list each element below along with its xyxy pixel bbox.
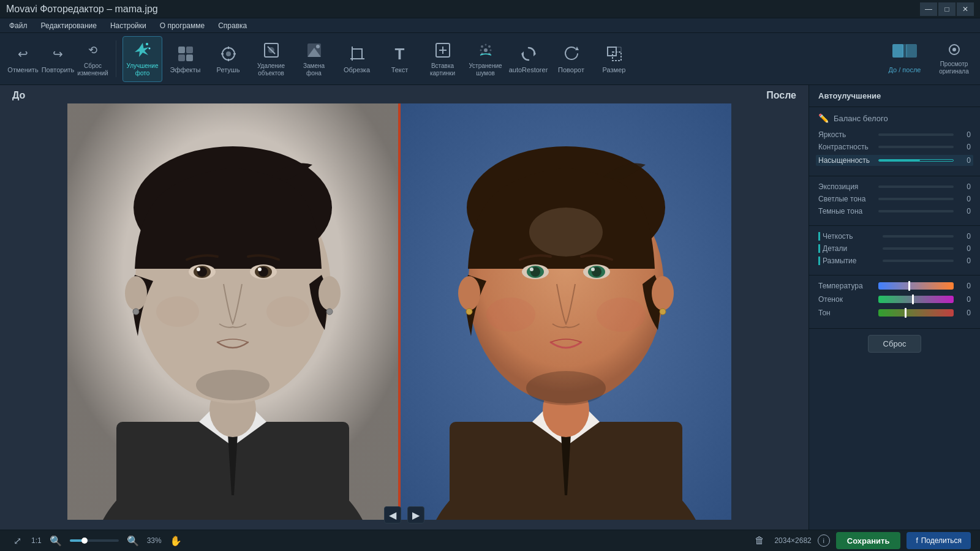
shadows-track[interactable] — [878, 210, 954, 212]
tool-retouch[interactable]: Ретушь — [208, 36, 248, 82]
blur-label: Размытие — [823, 257, 878, 265]
tool-remove-obj[interactable]: Удалениеобъектов — [251, 36, 291, 82]
exposure-track[interactable] — [878, 186, 954, 188]
undo-icon: ↩ — [13, 44, 33, 64]
replace-bg-icon — [304, 40, 324, 60]
tone-row: Тон 0 — [818, 309, 971, 317]
redo-icon: ↪ — [48, 44, 68, 64]
tool-enhance[interactable]: Улучшениефото — [123, 36, 162, 82]
brightness-value: 0 — [959, 130, 971, 139]
brightness-track[interactable] — [878, 133, 954, 136]
menu-settings[interactable]: Настройки — [104, 20, 153, 31]
zoom-percent-label: 33% — [147, 536, 162, 545]
tone-track[interactable] — [878, 309, 954, 317]
saturation-label: Насыщенность — [818, 156, 873, 165]
statusbar-right: 🗑 2034×2682 i Сохранить f Поделиться — [751, 532, 971, 549]
resize-label: Размер — [603, 66, 626, 73]
titlebar-controls: — □ ✕ — [920, 2, 974, 16]
svg-point-91 — [529, 208, 603, 257]
toolbar-sep-1 — [116, 40, 116, 77]
tint-value: 0 — [959, 295, 971, 304]
tool-replace-bg[interactable]: Заменафона — [294, 36, 334, 82]
clarity-value: 0 — [959, 232, 971, 241]
tool-effects[interactable]: Эффекты — [165, 36, 205, 82]
blur-row: Размытие 0 — [818, 257, 971, 265]
detail-track[interactable] — [883, 247, 954, 250]
delete-button[interactable]: 🗑 — [751, 532, 768, 549]
menu-about[interactable]: О программе — [154, 20, 211, 31]
prev-arrow[interactable]: ◀ — [384, 506, 401, 523]
menu-help[interactable]: Справка — [212, 20, 253, 31]
tool-denoise[interactable]: Устранениешумов — [466, 36, 505, 82]
blur-track[interactable] — [883, 260, 954, 262]
after-label: После — [766, 90, 796, 101]
reset-button[interactable]: ⟲ Сбросизменений — [76, 36, 110, 82]
replace-bg-label: Заменафона — [303, 62, 325, 77]
svg-point-90 — [526, 371, 606, 405]
reset-all-button[interactable]: Сброс — [868, 335, 922, 353]
tool-text[interactable]: T Текст — [380, 36, 420, 82]
minimize-button[interactable]: — — [920, 2, 937, 16]
color-sliders-group: Температура 0 Отенок 0 Тон 0 — [809, 276, 980, 329]
undo-button[interactable]: ↩ Отменить — [6, 36, 40, 82]
tool-crop[interactable]: Обрезка — [337, 36, 377, 82]
svg-point-1 — [148, 48, 150, 50]
denoise-icon — [476, 40, 496, 60]
svg-point-63 — [326, 309, 333, 315]
clarity-row: Четкость 0 — [818, 232, 971, 241]
hand-tool-button[interactable]: ✋ — [168, 533, 184, 549]
exposure-value: 0 — [959, 182, 971, 191]
tool-resize[interactable]: Размер — [594, 36, 634, 82]
contrast-row: Контрастность 0 — [818, 143, 971, 151]
redo-button[interactable]: ↪ Повторить — [41, 36, 75, 82]
window-title: Movavi Фоторедактор – mama.jpg — [6, 4, 158, 15]
highlights-track[interactable] — [878, 198, 954, 200]
svg-point-87 — [466, 309, 472, 315]
svg-point-66 — [266, 296, 309, 327]
toolbar: ↩ Отменить ↪ Повторить ⟲ Сбросизменений … — [0, 33, 980, 85]
zoom-in-button[interactable]: 🔍 — [125, 533, 141, 549]
menu-edit[interactable]: Редактирование — [35, 20, 103, 31]
retouch-icon — [219, 44, 238, 64]
zoom-out-button[interactable]: 🔍 — [48, 533, 64, 549]
zoom-slider[interactable] — [70, 539, 119, 542]
tool-insert[interactable]: Вставкакартинки — [423, 36, 462, 82]
detail-value: 0 — [959, 244, 971, 253]
tool-autorestorer[interactable]: autoRestorer — [508, 36, 548, 82]
svg-point-79 — [530, 268, 533, 271]
titlebar: Movavi Фоторедактор – mama.jpg — □ ✕ — [0, 0, 980, 18]
svg-point-17 — [316, 45, 320, 48]
share-button[interactable]: f Поделиться — [907, 532, 971, 549]
exposure-row: Экспозиция 0 — [818, 182, 971, 191]
tool-rotate[interactable]: Поворот — [551, 36, 591, 82]
enhance-label: Улучшениефото — [127, 62, 159, 77]
menu-file[interactable]: Файл — [3, 20, 34, 31]
redo-label: Повторить — [42, 66, 75, 73]
close-button[interactable]: ✕ — [957, 2, 974, 16]
tint-track[interactable] — [878, 296, 954, 303]
svg-point-83 — [591, 268, 595, 271]
temperature-row: Температура 0 — [818, 282, 971, 290]
save-button[interactable]: Сохранить — [836, 532, 901, 549]
svg-point-86 — [660, 309, 666, 315]
before-after-button[interactable]: До / после — [880, 36, 929, 82]
contrast-track[interactable] — [878, 146, 954, 148]
svg-point-0 — [146, 43, 148, 45]
shadows-value: 0 — [959, 207, 971, 216]
temperature-track[interactable] — [878, 282, 954, 290]
canvas-area[interactable]: До После — [0, 85, 809, 530]
preview-button[interactable]: Просмотроригинала — [934, 36, 974, 82]
svg-rect-3 — [186, 47, 193, 53]
info-button[interactable]: i — [818, 534, 830, 547]
crop-label: Обрезка — [344, 66, 370, 73]
exposure-group: Экспозиция 0 Светлые тона 0 Темные тона — [809, 176, 980, 226]
saturation-value: 0 — [959, 156, 971, 165]
nav-arrows: ◀ ▶ — [384, 506, 424, 523]
next-arrow[interactable]: ▶ — [407, 506, 424, 523]
maximize-button[interactable]: □ — [938, 2, 956, 16]
insert-label: Вставкакартинки — [430, 62, 455, 77]
fullscreen-button[interactable]: ⤢ — [9, 533, 25, 549]
clarity-track[interactable] — [883, 235, 954, 238]
svg-point-25 — [484, 44, 486, 46]
saturation-track[interactable] — [878, 159, 954, 162]
